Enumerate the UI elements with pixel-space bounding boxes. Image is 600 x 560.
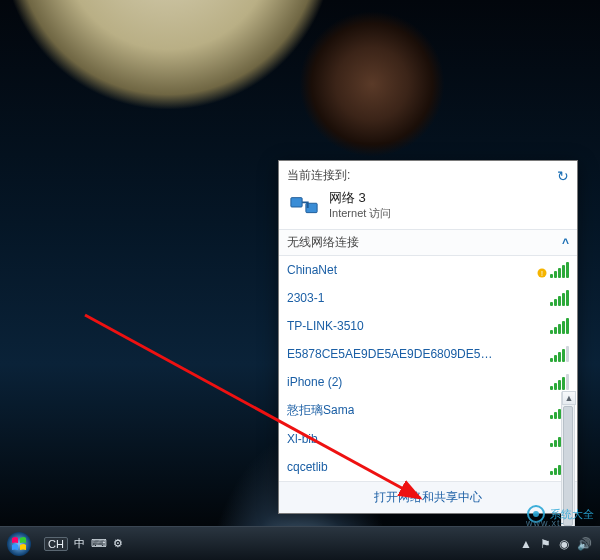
current-network-access: Internet 访问 xyxy=(329,206,391,221)
wifi-ssid: TP-LINK-3510 xyxy=(287,319,364,333)
language-bar[interactable]: CH 中 ⌨ ⚙ xyxy=(38,527,129,560)
wifi-network-item[interactable]: E5878CE5AE9DE5AE9DE6809DE5AF86E8BEBE xyxy=(279,340,577,368)
ime-menu-icon[interactable]: ⚙ xyxy=(113,537,123,550)
wifi-network-item[interactable]: Xl-bib xyxy=(279,425,577,453)
wireless-section-label: 无线网络连接 xyxy=(287,234,359,251)
wifi-signal-icon xyxy=(550,374,569,390)
wifi-signal-icon xyxy=(550,318,569,334)
svg-point-6 xyxy=(533,511,539,517)
refresh-icon[interactable]: ↻ xyxy=(557,168,569,184)
wifi-network-item[interactable]: cqcetlib xyxy=(279,453,577,481)
svg-rect-0 xyxy=(291,198,302,207)
ime-mode-label[interactable]: 中 xyxy=(74,536,85,551)
current-connection: 网络 3 Internet 访问 xyxy=(279,186,577,229)
wifi-ssid: ChinaNet xyxy=(287,263,337,277)
wifi-network-item[interactable]: 2303-1 xyxy=(279,284,577,312)
wifi-ssid: Xl-bib xyxy=(287,432,318,446)
network-flyout: 当前连接到: ↻ 网络 3 Internet 访问 无线网络连接 ^ China… xyxy=(278,160,578,514)
language-badge[interactable]: CH xyxy=(44,537,68,551)
flyout-header-label: 当前连接到: xyxy=(287,167,350,184)
wifi-signal-icon: ! xyxy=(537,262,569,278)
tray-overflow-icon[interactable]: ▲ xyxy=(520,537,532,551)
wifi-ssid: cqcetlib xyxy=(287,460,328,474)
warning-icon: ! xyxy=(537,268,547,278)
wifi-ssid: iPhone (2) xyxy=(287,375,342,389)
wifi-network-item[interactable]: iPhone (2) xyxy=(279,368,577,396)
wireless-network-list: ChinaNet!2303-1TP-LINK-3510E5878CE5AE9DE… xyxy=(279,256,577,481)
action-center-icon[interactable]: ⚑ xyxy=(540,537,551,551)
collapse-icon[interactable]: ^ xyxy=(562,236,569,250)
wifi-ssid: E5878CE5AE9DE5AE9DE6809DE5AF86E8BEBE xyxy=(287,347,497,361)
wifi-ssid: 2303-1 xyxy=(287,291,324,305)
network-tray-icon[interactable]: ◉ xyxy=(559,537,569,551)
network-adapter-icon xyxy=(289,193,319,219)
start-button[interactable] xyxy=(0,527,38,561)
ime-keyboard-icon[interactable]: ⌨ xyxy=(91,537,107,550)
svg-text:!: ! xyxy=(541,270,543,277)
wifi-signal-icon xyxy=(550,346,569,362)
current-network-name: 网络 3 xyxy=(329,190,391,206)
taskbar: CH 中 ⌨ ⚙ ▲ ⚑ ◉ 🔊 xyxy=(0,526,600,560)
wireless-section-header[interactable]: 无线网络连接 ^ xyxy=(279,229,577,256)
svg-point-7 xyxy=(7,532,31,556)
wifi-signal-icon xyxy=(550,290,569,306)
wifi-network-item[interactable]: ChinaNet! xyxy=(279,256,577,284)
wifi-network-item[interactable]: 憝拒璃Sama xyxy=(279,396,577,425)
scroll-up-button[interactable]: ▲ xyxy=(562,391,576,405)
wifi-network-item[interactable]: TP-LINK-3510 xyxy=(279,312,577,340)
watermark: 系统大全 www.xt-os.com xyxy=(526,504,594,524)
volume-tray-icon[interactable]: 🔊 xyxy=(577,537,592,551)
wifi-ssid: 憝拒璃Sama xyxy=(287,402,354,419)
